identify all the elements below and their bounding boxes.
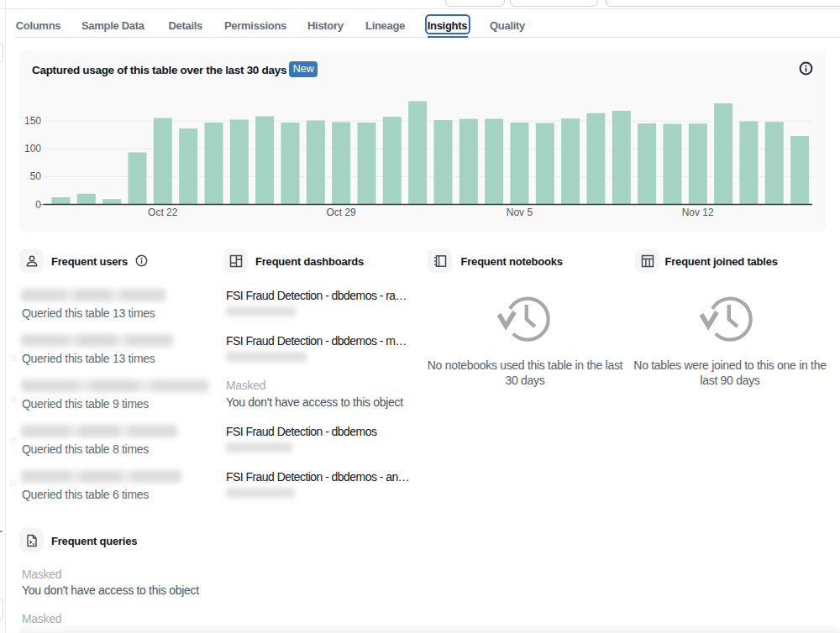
svg-text:150: 150 — [24, 115, 41, 127]
svg-text:Oct 29: Oct 29 — [326, 207, 356, 218]
svg-text:0: 0 — [35, 199, 41, 211]
svg-text:100: 100 — [24, 143, 41, 154]
svg-text:50: 50 — [30, 170, 42, 182]
svg-text:Nov 5: Nov 5 — [507, 207, 533, 218]
svg-text:Oct 22: Oct 22 — [148, 207, 178, 218]
svg-text:Nov 12: Nov 12 — [682, 207, 714, 218]
